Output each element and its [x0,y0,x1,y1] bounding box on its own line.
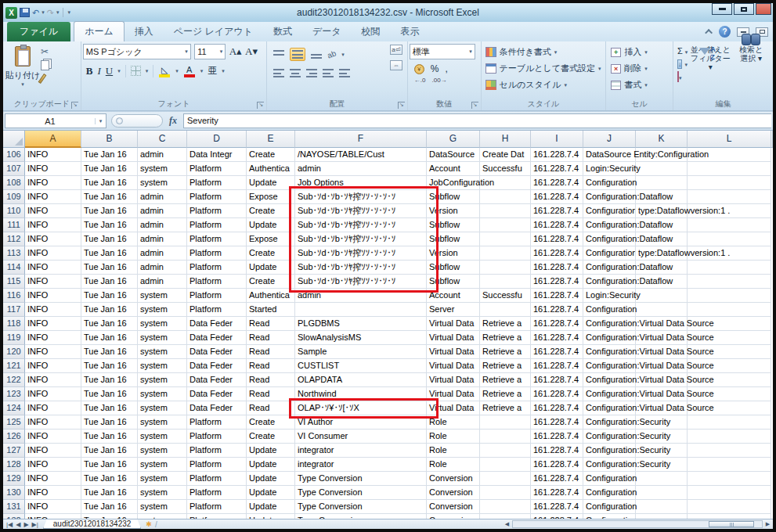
cell-B131[interactable]: Tue Jan 16 [81,500,138,514]
find-select-button[interactable]: 検索と 選択 ▾ [731,44,771,81]
row-header-125[interactable]: 125 [3,415,25,430]
cell-B120[interactable]: Tue Jan 16 [81,345,138,359]
collapse-ribbon-icon[interactable] [705,29,713,37]
conditional-formatting-button[interactable]: 条件付き書式 ▾ [483,44,605,60]
cell-A111[interactable]: INFO [25,218,81,232]
cell-I117[interactable]: 161.228.7.4 [531,303,583,317]
cell-F120[interactable]: Sample [295,345,427,359]
cell-G109[interactable]: Subflow [427,190,480,204]
cell-A126[interactable]: INFO [25,430,81,444]
close-button[interactable] [756,3,771,15]
cell-L115[interactable] [688,275,771,289]
clear-button[interactable]: ▾ [677,72,688,81]
cell-L128[interactable] [688,458,771,472]
cell-I109[interactable]: 161.228.7.4 [531,190,583,204]
cell-C123[interactable]: system [138,387,187,401]
cell-A128[interactable]: INFO [25,458,81,472]
cell-I128[interactable]: 161.228.7.4 [531,458,583,472]
name-box-dropdown-icon[interactable]: ▾ [95,118,106,124]
paste-button[interactable]: 貼り付け ▾ [5,44,41,94]
cell-C110[interactable]: admin [138,204,187,218]
cell-A106[interactable]: INFO [25,148,81,162]
cell-D108[interactable]: Platform [187,176,247,190]
cell-J127[interactable]: Configuration:Security [583,444,636,458]
cell-I122[interactable]: 161.228.7.4 [531,373,583,387]
borders-dropdown-icon[interactable]: ▾ [146,68,149,74]
cell-E112[interactable]: Expose [247,232,295,246]
cell-F112[interactable]: Sub･ｿd･ｿb･ｿﾔ搾ｿｿ･ｿ･ｿ･ｿ [295,232,427,246]
row-header-129[interactable]: 129 [3,472,25,486]
cell-C130[interactable]: system [138,486,187,500]
cell-H131[interactable] [480,500,531,514]
cell-H129[interactable] [480,472,531,486]
cell-G111[interactable]: Subflow [427,218,480,232]
column-header-K[interactable]: K [636,131,688,148]
cell-D132[interactable]: Platform [187,514,247,519]
cell-C117[interactable]: system [138,303,187,317]
underline-dropdown-icon[interactable]: ▾ [117,68,121,74]
cell-I129[interactable]: 161.228.7.4 [531,472,583,486]
cell-H132[interactable] [480,514,531,519]
cell-K113[interactable]: type:Dataflowversion:1 . [636,246,688,261]
cell-D117[interactable]: Platform [187,303,247,317]
cell-I118[interactable]: 161.228.7.4 [531,317,583,331]
cell-A117[interactable]: INFO [25,303,81,317]
cell-A115[interactable]: INFO [25,275,81,289]
cell-L114[interactable] [688,261,771,275]
row-header-120[interactable]: 120 [3,345,25,359]
tab-data[interactable]: データ [302,22,352,41]
cell-H122[interactable]: Retrieve a [480,373,531,387]
cell-I131[interactable]: 161.228.7.4 [531,500,583,514]
cell-L125[interactable] [688,415,771,430]
cell-E113[interactable]: Create [247,246,295,261]
worksheet-grid[interactable]: ABCDEFGHIJKL106INFOTue Jan 16adminData I… [3,131,773,519]
cell-J119[interactable]: Configuration:Virtual Data Source [583,331,636,345]
cell-H116[interactable]: Successfu [480,289,531,303]
decrease-decimal-icon[interactable]: .00→ [431,77,446,84]
cell-H128[interactable] [480,458,531,472]
cell-A107[interactable]: INFO [25,162,81,176]
cell-C127[interactable]: system [138,444,187,458]
cell-F124[interactable]: OLAP･ｿ¥･ｿ[･ｿX [295,401,427,415]
cell-F127[interactable]: integrator [295,444,427,458]
cell-E130[interactable]: Update [247,486,295,500]
align-left-icon[interactable] [273,69,284,77]
cell-D124[interactable]: Data Feder [187,401,247,415]
cell-E132[interactable]: Update [247,514,295,519]
cell-E118[interactable]: Read [247,317,295,331]
cell-E131[interactable]: Update [247,500,295,514]
cell-I121[interactable]: 161.228.7.4 [531,359,583,373]
cell-J110[interactable]: Configuration [583,204,636,218]
cell-J112[interactable]: Configuration:Dataflow [583,232,636,246]
cell-E127[interactable]: Update [247,444,295,458]
column-header-L[interactable]: L [688,131,771,148]
format-cells-button[interactable]: 書式 ▾ [608,77,671,93]
cell-F121[interactable]: CUSTLIST [295,359,427,373]
cell-J118[interactable]: Configuration:Virtual Data Source [583,317,636,331]
phonetic-guide-button[interactable]: 亜 [208,64,217,77]
sheet-tab[interactable]: audit23012018134232 [43,519,142,529]
cell-I119[interactable]: 161.228.7.4 [531,331,583,345]
cell-E107[interactable]: Authentica [247,162,295,176]
autosum-button[interactable]: Σ ▾ [677,46,688,56]
cell-I111[interactable]: 161.228.7.4 [531,218,583,232]
increase-decimal-icon[interactable]: ←.0 [414,77,426,84]
cell-B119[interactable]: Tue Jan 16 [81,331,138,345]
cell-H119[interactable]: Retrieve a [480,331,531,345]
row-header-128[interactable]: 128 [3,458,25,472]
font-color-dropdown-icon[interactable]: ▾ [200,68,204,74]
cell-D106[interactable]: Data Integr [187,148,247,162]
cut-icon[interactable]: ✂ [41,47,49,57]
cell-F108[interactable]: Job Options [295,176,427,190]
fill-button[interactable]: ↓ ▾ [677,59,688,69]
cell-J111[interactable]: Configuration:Dataflow [583,218,636,232]
cell-E125[interactable]: Create [247,415,295,430]
row-header-106[interactable]: 106 [3,148,25,162]
percent-format-icon[interactable]: % [431,63,439,74]
cell-G119[interactable]: Virtual Data [427,331,480,345]
cell-L111[interactable] [688,218,771,232]
cell-C124[interactable]: system [138,401,187,415]
bold-button[interactable]: B [86,65,93,77]
cell-A121[interactable]: INFO [25,359,81,373]
cell-L131[interactable] [688,500,771,514]
